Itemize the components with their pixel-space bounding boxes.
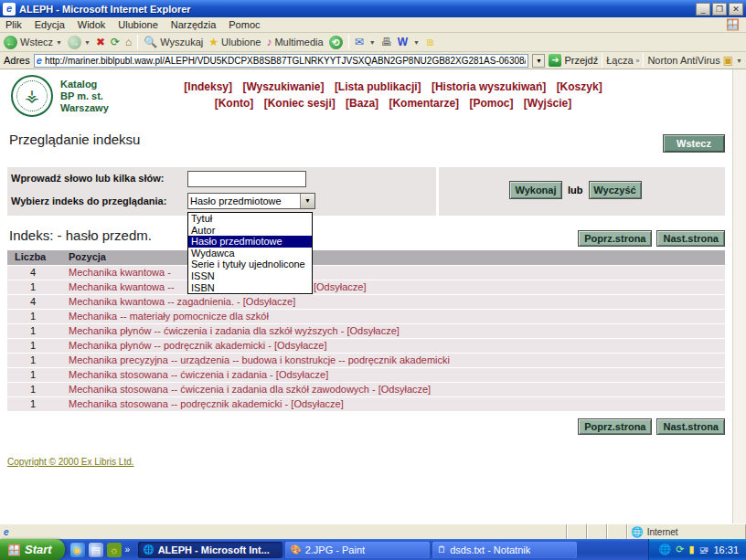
task-aleph[interactable]: 🌐 ALEPH - Microsoft Int... <box>138 542 282 558</box>
index-entry-link[interactable]: Mechanika stosowana -- ćwiczenia i zadan… <box>69 368 328 382</box>
word-edit-icon[interactable]: W <box>398 36 408 48</box>
menu-edycja[interactable]: Edycja <box>35 19 65 30</box>
index-entry-link[interactable]: Mechanika stosowana -- ćwiczenia i zadan… <box>69 383 431 396</box>
back-dropdown-icon[interactable]: ▼ <box>56 39 62 46</box>
start-label: Start <box>25 543 52 556</box>
menu-narzedzia[interactable]: Narzędzia <box>171 19 217 30</box>
back-button[interactable]: ← Wstecz ▼ <box>4 36 62 49</box>
row-count: 4 <box>7 266 59 280</box>
task-paint[interactable]: 🎨 2.JPG - Paint <box>285 542 430 558</box>
index-select[interactable]: Hasło przedmiotowe ▼ <box>187 193 315 209</box>
word-input[interactable] <box>187 171 306 187</box>
task-buttons: 🌐 ALEPH - Microsoft Int... 🎨 2.JPG - Pai… <box>135 539 648 560</box>
close-button[interactable]: ✕ <box>729 3 743 16</box>
table-row: 1 Mechanika stosowana -- ćwiczenia i zad… <box>7 383 725 396</box>
wykonaj-button[interactable]: Wykonaj <box>509 181 562 199</box>
option-haslo-przedmiotowe[interactable]: Hasło przedmiotowe <box>188 236 312 248</box>
system-tray: 🌐 ⟳ ▮ 🖳 16:31 <box>648 539 746 560</box>
select-arrow-icon[interactable]: ▼ <box>300 194 314 208</box>
restore-button[interactable]: ❐ <box>712 3 727 16</box>
task-label: ALEPH - Microsoft Int... <box>158 544 270 555</box>
nav-baza[interactable]: [Baza] <box>346 97 378 110</box>
stop-icon[interactable]: ✖ <box>96 36 105 48</box>
internet-globe-icon: 🌐 <box>631 526 644 538</box>
index-entry-link[interactable]: Mechanika precyzyjna -- urządzenia -- bu… <box>69 354 450 367</box>
library-name-line: BP m. st. <box>60 90 109 102</box>
index-entry-link[interactable]: Mechanika kwantowa -- <box>69 280 175 294</box>
index-entry-link[interactable]: Mechanika kwantowa - <box>69 266 171 280</box>
tray-update-icon[interactable]: ⟳ <box>676 544 684 555</box>
option-issn[interactable]: ISSN <box>188 270 312 282</box>
address-input[interactable]: e http://mariner.biblpubl.waw.pl/ALEPH/V… <box>34 54 529 68</box>
address-dropdown-icon[interactable]: ▼ <box>532 54 545 68</box>
nav-konto[interactable]: [Konto] <box>215 97 254 110</box>
mail-icon[interactable]: ✉ <box>355 36 364 48</box>
index-entry-link[interactable]: Mechanika płynów -- podręcznik akademick… <box>69 339 326 353</box>
history-icon[interactable]: ⟲ <box>329 36 343 49</box>
task-notepad[interactable]: 🗒 dsds.txt - Notatnik <box>432 542 577 558</box>
norton-dropdown-icon[interactable]: ▼ <box>736 58 742 64</box>
nav-koniec-sesji[interactable]: [Koniec sesji] <box>264 97 336 110</box>
index-entry-link[interactable]: Mechanika płynów -- ćwiczenia i zadania … <box>69 324 400 338</box>
option-tytul[interactable]: Tytuł <box>188 213 312 225</box>
next-page-button[interactable]: Nast.strona <box>656 230 725 247</box>
prev-page-button[interactable]: Poprz.strona <box>578 230 652 247</box>
option-serie[interactable]: Serie i tytuły ujednolicone <box>188 259 312 270</box>
menu-plik[interactable]: Plik <box>5 19 22 30</box>
table-row: 1 Mechanika kwantowa -- [Odsyłacze] <box>7 280 725 294</box>
wstecz-button[interactable]: Wstecz <box>663 134 725 153</box>
tray-network-icon[interactable]: 🖳 <box>698 544 709 555</box>
forward-dropdown-icon[interactable]: ▼ <box>84 39 91 46</box>
wyczysc-button[interactable]: Wyczyść <box>589 181 642 199</box>
option-autor[interactable]: Autor <box>188 225 312 237</box>
links-button[interactable]: Łącza » <box>606 55 639 66</box>
nav-historia-wyszukiwan[interactable]: [Historia wyszukiwań] <box>432 80 546 93</box>
refresh-icon[interactable]: ⟳ <box>111 36 120 48</box>
favorites-button[interactable]: ★ Ulubione <box>208 36 261 48</box>
index-entry-link[interactable]: Mechanika stosowana -- podręcznik akadem… <box>69 397 344 411</box>
quick-launch-icon-2[interactable]: ▤ <box>89 543 103 557</box>
row-count: 1 <box>7 368 59 382</box>
quick-launch-chevron-icon[interactable]: » <box>125 544 131 555</box>
search-form: Wprowadź słowo lub kilka słów: Wybierz i… <box>7 167 725 216</box>
search-button[interactable]: 🔍 Wyszukaj <box>144 36 203 48</box>
mail-dropdown-icon[interactable]: ▼ <box>369 39 376 46</box>
taskbar: 🪟 Start ◉ ▤ ☼ » 🌐 ALEPH - Microsoft Int.… <box>0 539 746 560</box>
search-icon: 🔍 <box>144 36 157 48</box>
copyright-link[interactable]: Copyright © 2000 Ex Libris Ltd. <box>7 457 134 467</box>
nav-wyjscie[interactable]: [Wyjście] <box>524 97 571 110</box>
index-entry-link-suffix[interactable]: [Odsyłacze] <box>314 280 366 294</box>
print-icon[interactable]: 🖶 <box>381 36 392 48</box>
links-label: Łącza <box>606 55 633 66</box>
nav-pomoc[interactable]: [Pomoc] <box>469 97 513 110</box>
index-entry-link[interactable]: Mechanika -- materiały pomocnicze dla sz… <box>69 310 269 323</box>
quick-launch-icon-1[interactable]: ◉ <box>70 543 85 557</box>
menu-ulubione[interactable]: Ulubione <box>118 19 157 30</box>
nav-lista-publikacji[interactable]: [Lista publikacji] <box>335 80 421 93</box>
menu-pomoc[interactable]: Pomoc <box>229 19 260 30</box>
nav-komentarze[interactable]: [Komentarze] <box>389 97 459 110</box>
nav-koszyk[interactable]: [Koszyk] <box>557 80 602 93</box>
quick-launch-icon-3[interactable]: ☼ <box>107 543 122 557</box>
option-isbn[interactable]: ISBN <box>188 282 312 294</box>
norton-antivirus-button[interactable]: Norton AntiVirus ▣ ▼ <box>647 54 742 67</box>
minimize-button[interactable]: _ <box>696 3 710 16</box>
nav-indeksy[interactable]: [Indeksy] <box>184 80 232 93</box>
menu-widok[interactable]: Widok <box>78 19 106 30</box>
index-entry-link[interactable]: Mechanika kwantowa -- zagadnienia. - [Od… <box>69 295 295 309</box>
tray-globe-icon[interactable]: 🌐 <box>658 544 671 555</box>
toolbar-separator <box>137 35 138 49</box>
vertical-scrollbar[interactable] <box>732 69 746 523</box>
go-button[interactable]: ➔ Przejdź <box>549 54 598 67</box>
next-page-button[interactable]: Nast.strona <box>656 418 725 435</box>
prev-page-button[interactable]: Poprz.strona <box>578 418 652 435</box>
option-wydawca[interactable]: Wydawca <box>188 248 312 259</box>
home-icon[interactable]: ⌂ <box>125 36 132 48</box>
start-button[interactable]: 🪟 Start <box>0 539 65 560</box>
word-dropdown-icon[interactable]: ▼ <box>413 39 420 46</box>
discuss-note-icon[interactable]: 🗈 <box>425 36 436 48</box>
forward-button[interactable]: → ▼ <box>68 36 91 49</box>
media-button[interactable]: ♪ Multimedia <box>266 36 323 48</box>
tray-messenger-icon[interactable]: ▮ <box>688 544 694 555</box>
nav-wyszukiwanie[interactable]: [Wyszukiwanie] <box>242 80 324 93</box>
